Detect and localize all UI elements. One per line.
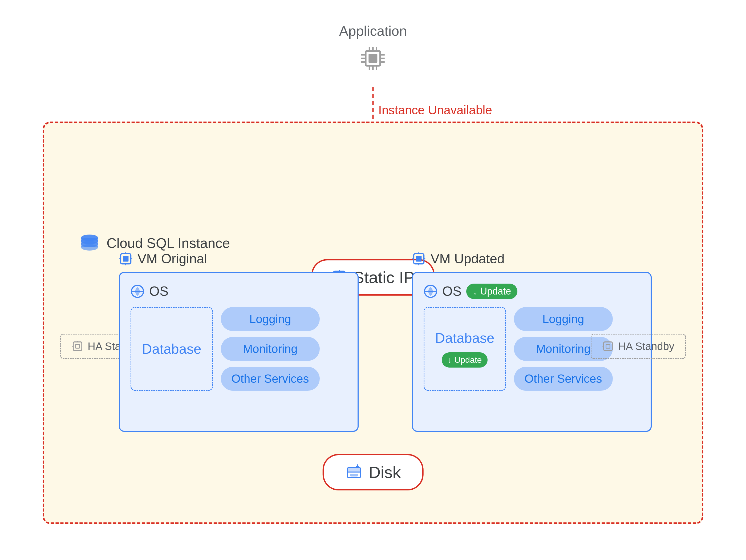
- disk-box: Disk: [323, 454, 424, 491]
- svg-rect-59: [606, 344, 610, 348]
- disk-text: Disk: [369, 463, 401, 482]
- vm-updated-os-row: OS ↓ Update: [424, 284, 640, 299]
- svg-point-33: [81, 244, 98, 251]
- ha-standby-right-label: HA Standby: [618, 340, 674, 353]
- svg-rect-38: [73, 342, 82, 351]
- vm-original-label: VM Original: [119, 251, 358, 267]
- vm-updated-logging: Logging: [514, 307, 613, 331]
- vm-updated-label: VM Updated: [412, 251, 652, 267]
- vm-updated-other-services: Other Services: [514, 367, 613, 391]
- svg-rect-65: [350, 474, 358, 477]
- vm-original-os-text: OS: [149, 284, 168, 299]
- vm-original-logging: Logging: [221, 307, 320, 331]
- vm-updated-db-badge-text: ↓ Update: [448, 355, 482, 365]
- vm-original-box: OS Database Logging Monitoring Other Ser…: [119, 272, 358, 432]
- vm-updated-os-icon: [424, 284, 437, 298]
- ha-standby-right: HA Standby: [591, 334, 686, 359]
- svg-rect-58: [604, 342, 612, 351]
- vm-original-inner: Database Logging Monitoring Other Servic…: [131, 307, 347, 391]
- cloud-sql-text: Cloud SQL Instance: [107, 235, 230, 251]
- application-node: Application: [339, 23, 407, 73]
- vm-updated-os-text: OS: [442, 284, 461, 299]
- disk-icon: [345, 463, 363, 481]
- vm-updated-db-badge: ↓ Update: [442, 353, 488, 368]
- svg-rect-51: [416, 256, 422, 261]
- svg-rect-14: [369, 54, 377, 63]
- diagram-container: Application Instance Unavailable: [27, 20, 719, 540]
- vm-original-other-services: Other Services: [221, 367, 320, 391]
- vm-updated-icon: [412, 252, 426, 266]
- cloud-sql-instance-label: Cloud SQL Instance: [79, 232, 230, 254]
- svg-rect-63: [347, 468, 361, 472]
- vm-updated-text: VM Updated: [431, 251, 505, 267]
- vm-updated-database-box: Database ↓ Update: [424, 307, 506, 391]
- vm-original-section: VM Original OS Database: [119, 251, 358, 432]
- cpu-icon: [358, 44, 388, 73]
- vm-original-icon: [119, 252, 133, 266]
- vm-original-database-text: Database: [142, 341, 201, 357]
- vm-original-database-box: Database: [131, 307, 213, 391]
- svg-rect-39: [76, 344, 80, 348]
- static-ip-text: Static IP: [353, 268, 415, 287]
- cloud-sql-icon: [79, 232, 100, 254]
- application-label: Application: [339, 23, 407, 39]
- ha-standby-left-icon: [72, 340, 83, 352]
- vm-original-os-row: OS: [131, 284, 347, 299]
- vm-original-services-col: Logging Monitoring Other Services: [221, 307, 320, 391]
- cloud-sql-boundary: Cloud SQL Instance Static IP: [42, 121, 704, 524]
- instance-unavailable-label: Instance Unavailable: [378, 103, 492, 117]
- vm-updated-os-badge: ↓ Update: [466, 284, 517, 299]
- vm-original-text: VM Original: [138, 251, 207, 267]
- vm-original-os-icon: [131, 284, 144, 298]
- vm-original-monitoring: Monitoring: [221, 337, 320, 361]
- svg-rect-43: [123, 256, 129, 261]
- vm-updated-os-badge-text: ↓ Update: [472, 286, 511, 297]
- ha-standby-right-icon: [602, 340, 614, 352]
- vm-updated-database-text: Database: [435, 330, 494, 346]
